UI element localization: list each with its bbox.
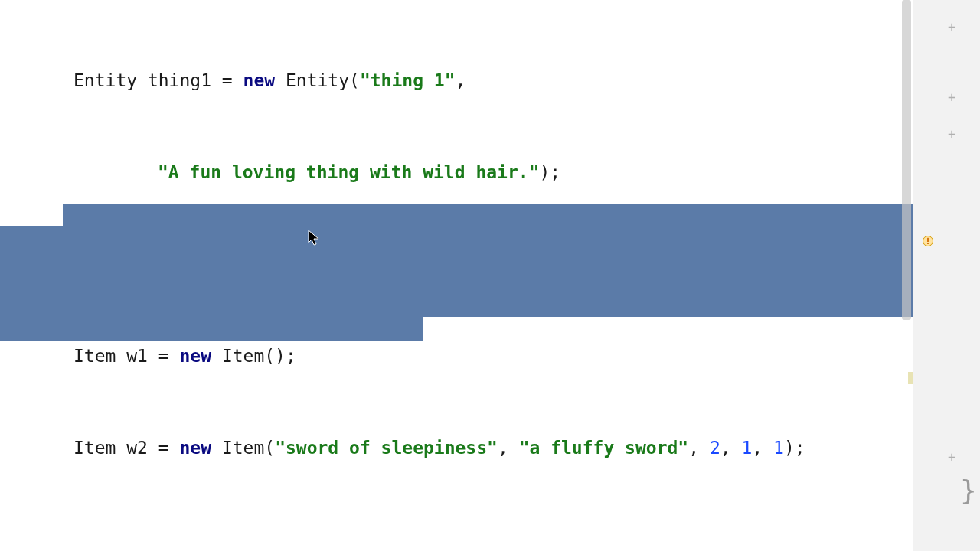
change-marker	[908, 372, 913, 384]
mouse-cursor	[308, 230, 320, 246]
brace-hint-icon: }	[960, 474, 977, 506]
code-line[interactable]: Item w1 = new Item();	[0, 344, 913, 367]
fold-icon[interactable]: +	[946, 129, 957, 139]
fold-icon[interactable]: +	[946, 452, 957, 462]
svg-rect-2	[927, 243, 929, 244]
vertical-scrollbar[interactable]	[902, 0, 911, 320]
code-line[interactable]: Entity thing1 = new Entity("thing 1",	[0, 69, 913, 92]
fold-icon[interactable]: +	[946, 21, 957, 32]
inspection-warning-icon[interactable]	[922, 231, 934, 243]
code-line[interactable]: Item w2 = new Item("sword of sleepiness"…	[0, 436, 913, 459]
text-selection-tail	[0, 317, 423, 341]
right-gutter-panel	[913, 0, 980, 551]
svg-rect-1	[927, 238, 929, 242]
code-line[interactable]: "A fun loving thing with wild hair.");	[0, 161, 913, 184]
code-line[interactable]	[0, 253, 913, 276]
code-editor-viewport: Entity thing1 = new Entity("thing 1", "A…	[0, 0, 980, 551]
code-line[interactable]	[0, 528, 913, 551]
fold-icon[interactable]: +	[946, 92, 957, 103]
